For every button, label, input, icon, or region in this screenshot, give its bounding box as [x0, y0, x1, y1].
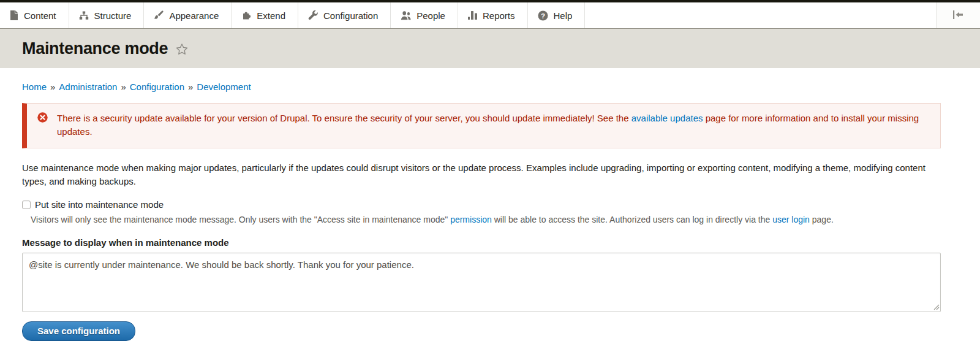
intro-text: Use maintenance mode when making major u… [22, 161, 941, 188]
permission-link[interactable]: permission [450, 215, 492, 224]
toolbar-item-reports[interactable]: Reports [458, 2, 528, 28]
breadcrumb-link-administration[interactable]: Administration [59, 82, 117, 92]
checkbox-description-text: Visitors will only see the maintenance m… [31, 215, 450, 224]
toolbar-item-label: Reports [483, 10, 515, 21]
breadcrumb-link-home[interactable]: Home [22, 82, 47, 92]
maintenance-mode-checkbox[interactable] [22, 201, 31, 209]
error-circle-icon [37, 112, 48, 126]
breadcrumb-separator: » [121, 82, 126, 92]
toolbar-item-help[interactable]: ? Help [528, 2, 586, 28]
checkbox-description-text: page. [810, 215, 834, 224]
toolbar-item-label: Content [24, 10, 56, 21]
toolbar-item-label: Appearance [169, 10, 219, 21]
maintenance-mode-checkbox-label[interactable]: Put site into maintenance mode [35, 199, 164, 210]
checkbox-description: Visitors will only see the maintenance m… [31, 213, 941, 226]
maintenance-message-textarea[interactable]: @site is currently under maintenance. We… [22, 253, 941, 312]
save-configuration-button[interactable]: Save configuration [22, 321, 135, 341]
toolbar-item-extend[interactable]: Extend [232, 2, 298, 28]
bar-chart-icon [468, 11, 477, 20]
star-outline-icon [175, 48, 189, 58]
toolbar-orientation-toggle[interactable] [937, 2, 980, 28]
available-updates-link[interactable]: available updates [631, 113, 703, 123]
toolbar-item-label: Configuration [323, 10, 378, 21]
paintbrush-icon [154, 10, 164, 20]
breadcrumb-separator: » [188, 82, 193, 92]
breadcrumb: Home»Administration»Configuration»Develo… [22, 68, 941, 92]
message-field-label: Message to display when in maintenance m… [22, 237, 941, 248]
toolbar-item-label: Extend [257, 10, 285, 21]
breadcrumb-link-configuration[interactable]: Configuration [130, 82, 184, 92]
help-icon: ? [538, 10, 548, 21]
error-message-text: There is a security update available for… [57, 113, 631, 123]
toolbar-item-configuration[interactable]: Configuration [298, 2, 391, 28]
toolbar-item-label: Help [554, 10, 573, 21]
dock-left-icon [952, 10, 965, 21]
textarea-resize-handle[interactable] [933, 304, 940, 310]
favorite-star-button[interactable] [175, 43, 189, 58]
main-content: Home»Administration»Configuration»Develo… [0, 68, 980, 341]
toolbar-item-content[interactable]: Content [0, 2, 69, 28]
admin-toolbar-tray: Content Structure Appearance Extend Conf… [0, 2, 980, 29]
breadcrumb-separator: » [50, 82, 55, 92]
toolbar-item-label: People [417, 10, 445, 21]
wrench-icon [308, 10, 318, 20]
toolbar-item-appearance[interactable]: Appearance [144, 2, 232, 28]
page-title: Maintenance mode [22, 39, 168, 58]
puzzle-icon [241, 10, 251, 20]
user-login-link[interactable]: user login [772, 215, 810, 224]
toolbar-item-label: Structure [94, 10, 132, 21]
maintenance-mode-checkbox-row: Put site into maintenance mode [22, 199, 941, 210]
page-header: Maintenance mode [0, 29, 980, 68]
breadcrumb-link-development[interactable]: Development [197, 82, 251, 92]
people-icon [401, 11, 411, 20]
svg-text:?: ? [540, 12, 545, 19]
checkbox-description-text: will be able to access the site. Authori… [492, 215, 772, 224]
toolbar-item-people[interactable]: People [391, 2, 458, 28]
message-field-wrapper: @site is currently under maintenance. We… [22, 253, 941, 312]
document-icon [10, 10, 18, 20]
toolbar-item-structure[interactable]: Structure [69, 2, 145, 28]
sitemap-icon [79, 11, 89, 20]
error-message: There is a security update available for… [22, 103, 941, 148]
